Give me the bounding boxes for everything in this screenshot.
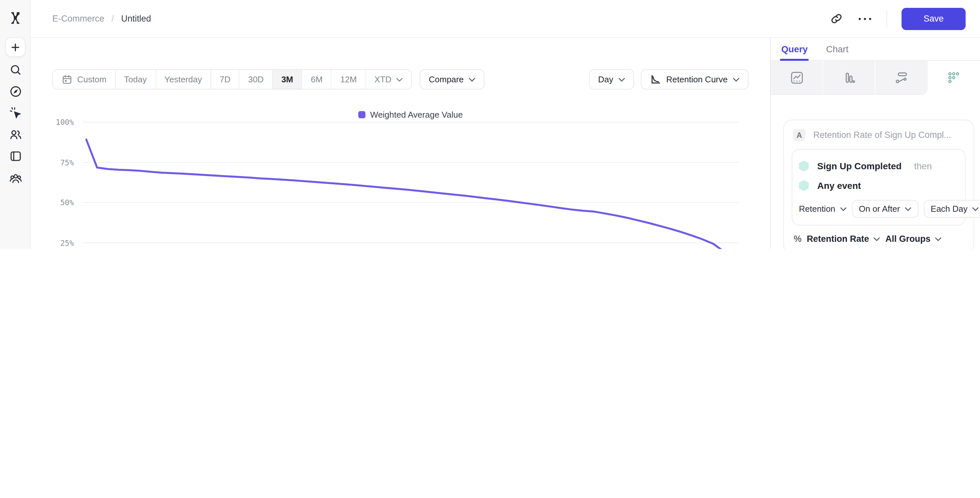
chevron-down-icon bbox=[469, 78, 475, 81]
save-button[interactable]: Save bbox=[902, 8, 966, 30]
query-steps-card: Sign Up Completed then Any event Retenti… bbox=[792, 149, 966, 226]
granularity-dropdown[interactable]: Day bbox=[589, 69, 634, 89]
new-report-button[interactable] bbox=[5, 37, 25, 57]
analysis-tab-line-chart[interactable] bbox=[771, 61, 823, 95]
calendar-icon bbox=[62, 74, 73, 85]
report-toolbar: Custom Today Yesterday 7D 30D 3M 6M 12M … bbox=[31, 69, 770, 89]
range-3m[interactable]: 3M bbox=[273, 70, 302, 89]
topbar-divider bbox=[886, 10, 887, 27]
query-card: A Retention Rate of Sign Up Compl... Sig… bbox=[783, 119, 974, 249]
ellipsis-icon bbox=[858, 17, 872, 21]
link-icon bbox=[830, 12, 843, 25]
chart-type-dropdown[interactable]: Retention Curve bbox=[641, 69, 749, 89]
tab-query[interactable]: Query bbox=[781, 38, 808, 60]
series-badge: A bbox=[793, 129, 805, 141]
retention-curve-line bbox=[86, 140, 735, 249]
retention-curve-chart bbox=[78, 117, 743, 249]
sidebar-item-cohorts[interactable] bbox=[0, 172, 31, 186]
plus-icon bbox=[10, 42, 20, 52]
query-step-first-event[interactable]: Sign Up Completed then bbox=[799, 156, 958, 176]
query-title[interactable]: Retention Rate of Sign Up Compl... bbox=[813, 130, 951, 140]
range-yesterday[interactable]: Yesterday bbox=[156, 70, 211, 89]
breadcrumb-workspace[interactable]: E-Commerce bbox=[52, 14, 104, 24]
date-range-group: Custom Today Yesterday 7D 30D 3M 6M 12M … bbox=[52, 69, 412, 89]
range-12m[interactable]: 12M bbox=[332, 70, 366, 89]
panel-tabs: Query Chart bbox=[771, 38, 980, 61]
app-logo-icon bbox=[7, 10, 24, 26]
range-today[interactable]: Today bbox=[116, 70, 156, 89]
retention-curve-icon bbox=[650, 74, 661, 85]
line-chart-icon bbox=[789, 70, 804, 84]
chevron-down-icon bbox=[396, 78, 403, 81]
each-day-dropdown[interactable]: Each Day bbox=[923, 200, 980, 218]
y-tick-label: 75% bbox=[43, 158, 74, 167]
on-or-after-dropdown[interactable]: On or After bbox=[851, 200, 918, 218]
y-tick-label: 50% bbox=[43, 198, 74, 207]
range-6m[interactable]: 6M bbox=[302, 70, 332, 89]
compass-icon bbox=[9, 85, 22, 99]
team-icon bbox=[9, 172, 22, 186]
top-bar: E-Commerce / Untitled Save bbox=[31, 0, 980, 38]
chevron-down-icon bbox=[840, 207, 846, 211]
y-tick-label: 100% bbox=[43, 118, 74, 127]
more-menu-button[interactable] bbox=[858, 17, 872, 21]
cursor-click-icon bbox=[9, 107, 22, 121]
analysis-tab-flow[interactable] bbox=[875, 61, 928, 95]
app-window: E-Commerce / Untitled Save Custom Today bbox=[0, 0, 980, 249]
chevron-down-icon bbox=[733, 78, 740, 81]
panel-left-icon bbox=[9, 150, 22, 164]
query-step-return-event[interactable]: Any event bbox=[799, 176, 958, 196]
search-icon bbox=[9, 64, 22, 78]
sidebar-item-library[interactable] bbox=[0, 150, 31, 164]
sidebar-item-profiles[interactable] bbox=[0, 128, 31, 142]
chevron-down-icon bbox=[874, 237, 880, 241]
chevron-down-icon bbox=[972, 207, 979, 211]
range-30d[interactable]: 30D bbox=[240, 70, 273, 89]
breadcrumb-separator: / bbox=[111, 14, 114, 24]
sidebar-item-search[interactable] bbox=[0, 64, 31, 78]
analysis-type-tabs bbox=[771, 61, 980, 95]
chevron-down-icon bbox=[905, 207, 911, 211]
measure-dropdown[interactable]: Retention Rate bbox=[807, 234, 880, 244]
compare-button[interactable]: Compare bbox=[420, 69, 485, 89]
percent-icon: % bbox=[794, 234, 802, 244]
breadcrumb: E-Commerce / Untitled bbox=[52, 14, 151, 24]
retention-grid-icon bbox=[947, 71, 961, 85]
chevron-down-icon bbox=[935, 237, 942, 241]
group-dropdown[interactable]: All Groups bbox=[886, 234, 942, 244]
tab-chart[interactable]: Chart bbox=[826, 38, 848, 60]
analysis-tab-bar-chart[interactable] bbox=[823, 61, 875, 95]
left-sidebar bbox=[0, 0, 31, 249]
query-panel: Query Chart A Retention Rate of Sign Up … bbox=[770, 38, 980, 249]
sidebar-item-events[interactable] bbox=[0, 107, 31, 121]
main-content: Custom Today Yesterday 7D 30D 3M 6M 12M … bbox=[31, 38, 770, 249]
analysis-tab-retention[interactable] bbox=[928, 61, 980, 95]
users-icon bbox=[9, 128, 22, 142]
retention-mode-dropdown[interactable]: Retention bbox=[799, 204, 846, 214]
chevron-down-icon bbox=[619, 78, 625, 81]
event-hexagon-icon bbox=[799, 180, 809, 191]
sidebar-item-explore[interactable] bbox=[0, 85, 31, 99]
flow-icon bbox=[894, 70, 909, 84]
breadcrumb-report-title[interactable]: Untitled bbox=[121, 14, 151, 24]
event-hexagon-icon bbox=[799, 161, 809, 172]
range-xtd[interactable]: XTD bbox=[366, 70, 411, 89]
bar-chart-icon bbox=[842, 70, 856, 84]
share-link-button[interactable] bbox=[830, 12, 843, 25]
y-tick-label: 25% bbox=[43, 238, 74, 247]
range-custom[interactable]: Custom bbox=[53, 70, 116, 89]
range-7d[interactable]: 7D bbox=[211, 70, 240, 89]
